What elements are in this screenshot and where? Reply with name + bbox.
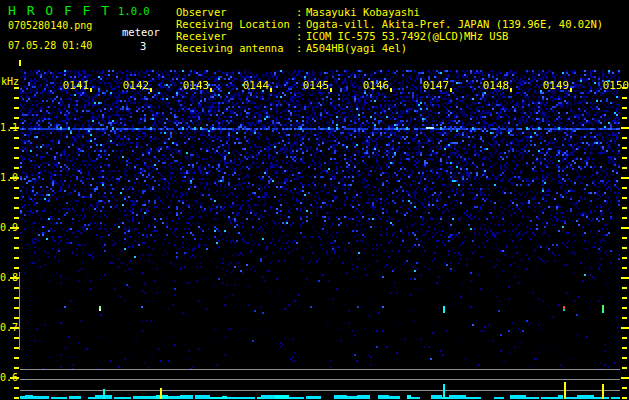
y-minor-tick-left	[14, 237, 19, 239]
y-minor-tick-left	[14, 207, 19, 209]
info-value: ICOM IC-575 53.7492(@LCD)MHz USB	[306, 30, 508, 42]
spectrogram-canvas	[20, 70, 620, 400]
y-minor-tick-right	[622, 397, 627, 399]
y-minor-tick-left	[14, 97, 19, 99]
time-label: 0146	[361, 79, 391, 92]
time-tick	[390, 88, 392, 92]
time-tick	[570, 88, 572, 92]
y-major-tick-right	[621, 277, 629, 279]
app-title: H R O F F T	[8, 3, 111, 18]
y-major-tick-left	[10, 277, 19, 279]
time-label: 0150	[601, 79, 629, 92]
time-tick	[90, 88, 92, 92]
mode-label: meteor	[122, 26, 160, 38]
colon: :	[296, 30, 306, 42]
info-row-receiver: Receiver:ICOM IC-575 53.7492(@LCD)MHz US…	[176, 30, 603, 42]
y-minor-tick-right	[622, 157, 627, 159]
y-minor-tick-left	[14, 187, 19, 189]
y-minor-tick-left	[14, 87, 19, 89]
info-row-observer: Observer:Masayuki Kobayashi	[176, 6, 603, 18]
info-key: Receiving Location	[176, 18, 296, 30]
time-label: 0142	[121, 79, 151, 92]
y-minor-tick-right	[622, 317, 627, 319]
y-minor-tick-left	[14, 387, 19, 389]
left-reference-line	[19, 272, 20, 350]
y-minor-tick-left	[14, 257, 19, 259]
info-value: Masayuki Kobayashi	[306, 6, 420, 18]
y-major-tick-left	[10, 227, 19, 229]
y-minor-tick-left	[14, 157, 19, 159]
y-minor-tick-right	[622, 117, 627, 119]
time-tick	[450, 88, 452, 92]
hrofft-window: H R O F F T 1.0.0 0705280140.png meteor …	[0, 0, 629, 400]
station-info: Observer:Masayuki Kobayashi Receiving Lo…	[176, 6, 603, 54]
time-label: 0148	[481, 79, 511, 92]
time-tick	[330, 88, 332, 92]
info-value: A504HB(yagi 4el)	[306, 42, 407, 54]
y-minor-tick-left	[14, 367, 19, 369]
y-minor-tick-right	[622, 257, 627, 259]
info-row-location: Receiving Location:Ogata-vill. Akita-Pre…	[176, 18, 603, 30]
y-minor-tick-right	[622, 287, 627, 289]
y-minor-tick-right	[622, 137, 627, 139]
y-major-tick-left	[10, 327, 19, 329]
y-minor-tick-right	[622, 197, 627, 199]
y-minor-tick-right	[622, 167, 627, 169]
y-minor-tick-right	[622, 347, 627, 349]
y-axis-unit-label: kHz	[1, 76, 19, 87]
output-filename: 0705280140.png	[8, 20, 92, 31]
time-tick	[210, 88, 212, 92]
y-minor-tick-left	[14, 247, 19, 249]
y-major-tick-left	[10, 127, 19, 129]
y-minor-tick-right	[622, 297, 627, 299]
time-label: 0147	[421, 79, 451, 92]
meteor-count: 3	[140, 40, 146, 52]
y-minor-tick-left	[14, 137, 19, 139]
colon: :	[296, 6, 306, 18]
y-minor-tick-left	[14, 117, 19, 119]
y-minor-tick-left	[14, 107, 19, 109]
info-row-antenna: Receiving antenna:A504HB(yagi 4el)	[176, 42, 603, 54]
y-minor-tick-left	[14, 197, 19, 199]
y-minor-tick-left	[14, 167, 19, 169]
time-tick	[510, 88, 512, 92]
colon: :	[296, 42, 306, 54]
y-minor-tick-right	[622, 357, 627, 359]
y-minor-tick-right	[622, 237, 627, 239]
y-minor-tick-left	[14, 267, 19, 269]
time-tick	[150, 88, 152, 92]
info-key: Observer	[176, 6, 296, 18]
observation-datetime: 07.05.28 01:40	[8, 40, 92, 51]
y-minor-tick-left	[14, 357, 19, 359]
y-major-tick-right	[621, 127, 629, 129]
y-major-tick-left	[10, 177, 19, 179]
y-major-tick-right	[621, 177, 629, 179]
y-minor-tick-left	[14, 217, 19, 219]
y-minor-tick-right	[622, 337, 627, 339]
y-major-tick-right	[621, 377, 629, 379]
info-value: Ogata-vill. Akita-Pref. JAPAN (139.96E, …	[306, 18, 603, 30]
y-minor-tick-right	[622, 147, 627, 149]
app-version: 1.0.0	[118, 5, 150, 17]
y-minor-tick-right	[622, 107, 627, 109]
y-minor-tick-right	[622, 367, 627, 369]
y-major-tick-right	[621, 227, 629, 229]
y-minor-tick-left	[14, 147, 19, 149]
y-major-tick-left	[10, 377, 19, 379]
y-minor-tick-right	[622, 247, 627, 249]
time-label: 0149	[541, 79, 571, 92]
time-label: 0144	[241, 79, 271, 92]
time-tick	[270, 88, 272, 92]
colon: :	[296, 18, 306, 30]
y-minor-tick-right	[622, 267, 627, 269]
time-label: 0141	[61, 79, 91, 92]
y-major-tick-right	[621, 327, 629, 329]
axis-top-tick	[19, 60, 21, 66]
y-minor-tick-right	[622, 387, 627, 389]
time-label: 0143	[181, 79, 211, 92]
y-minor-tick-right	[622, 207, 627, 209]
y-minor-tick-right	[622, 187, 627, 189]
y-minor-tick-left	[14, 397, 19, 399]
y-minor-tick-right	[622, 97, 627, 99]
info-key: Receiver	[176, 30, 296, 42]
